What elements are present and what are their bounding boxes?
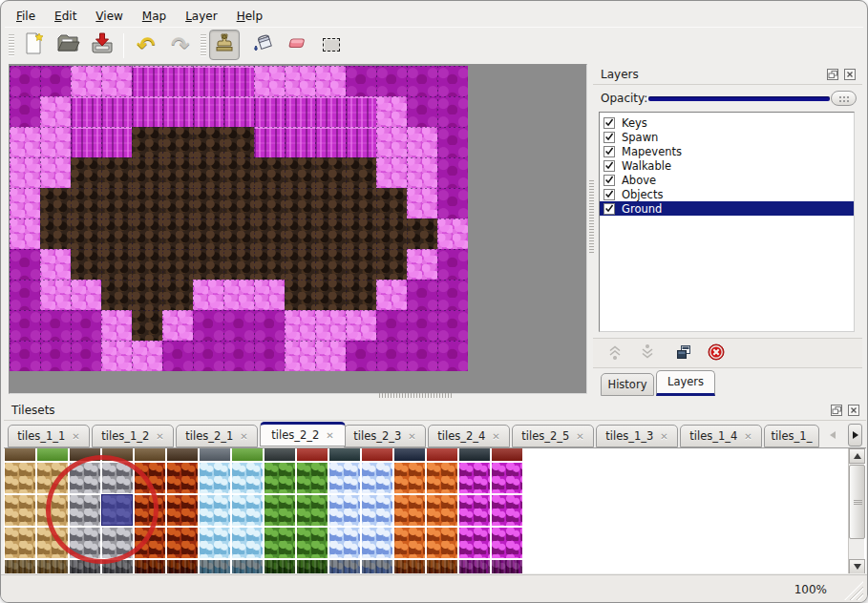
tileset-tile-partial[interactable] bbox=[394, 448, 425, 461]
menu-item-map[interactable]: Map bbox=[135, 8, 174, 25]
close-panel-icon[interactable] bbox=[843, 68, 857, 81]
tileset-tile[interactable] bbox=[200, 495, 230, 526]
tab-scroll-left-button[interactable] bbox=[825, 424, 839, 447]
tileset-tile[interactable] bbox=[167, 463, 198, 493]
delete-layer-button[interactable] bbox=[704, 343, 729, 365]
layer-row-walkable[interactable]: Walkable bbox=[600, 158, 854, 173]
tileset-tile-partial[interactable] bbox=[167, 448, 198, 461]
scroll-down-button[interactable] bbox=[849, 559, 865, 573]
tileset-tile[interactable] bbox=[265, 463, 295, 493]
tileset-view[interactable] bbox=[4, 447, 866, 573]
checkbox-icon[interactable] bbox=[603, 175, 615, 186]
tileset-tile-partial[interactable] bbox=[427, 448, 457, 461]
tileset-tile[interactable] bbox=[167, 560, 198, 573]
menu-item-edit[interactable]: Edit bbox=[47, 8, 84, 25]
tab-close-icon[interactable]: ✕ bbox=[156, 431, 163, 442]
tileset-tile[interactable] bbox=[362, 528, 392, 558]
float-panel-icon[interactable] bbox=[826, 68, 839, 81]
tileset-tile[interactable] bbox=[427, 528, 457, 558]
tab-close-icon[interactable]: ✕ bbox=[326, 430, 333, 441]
tileset-tile[interactable] bbox=[394, 560, 425, 573]
tileset-tile[interactable] bbox=[5, 528, 35, 558]
tileset-tile[interactable] bbox=[427, 560, 457, 573]
tileset-tile[interactable] bbox=[329, 463, 360, 493]
tileset-tile-partial[interactable] bbox=[37, 448, 68, 461]
tileset-tile[interactable] bbox=[427, 463, 457, 493]
tileset-tile-partial[interactable] bbox=[5, 448, 35, 461]
tileset-tile[interactable] bbox=[297, 463, 328, 493]
tab-scroll-right-button[interactable] bbox=[848, 424, 862, 447]
tileset-tile[interactable] bbox=[200, 560, 230, 573]
tab-tiles_2_1[interactable]: tiles_2_1✕ bbox=[176, 425, 258, 447]
layer-row-above[interactable]: Above bbox=[600, 173, 854, 187]
tab-close-icon[interactable]: ✕ bbox=[576, 431, 583, 442]
float-panel-icon[interactable] bbox=[830, 404, 843, 417]
tab-tiles_1_2[interactable]: tiles_1_2✕ bbox=[92, 425, 174, 447]
tileset-tile[interactable] bbox=[492, 463, 522, 493]
tab-tiles_1_3[interactable]: tiles_1_3✕ bbox=[596, 425, 678, 447]
tab-close-icon[interactable]: ✕ bbox=[660, 431, 667, 442]
menu-item-layer[interactable]: Layer bbox=[178, 8, 224, 25]
tileset-tile[interactable] bbox=[329, 528, 360, 558]
tab-close-icon[interactable]: ✕ bbox=[72, 431, 79, 442]
tileset-tile[interactable] bbox=[265, 528, 295, 558]
tab-close-icon[interactable]: ✕ bbox=[240, 431, 247, 442]
tileset-tile[interactable] bbox=[329, 495, 360, 526]
tileset-tile-partial[interactable] bbox=[265, 448, 295, 461]
open-file-button[interactable] bbox=[53, 30, 83, 60]
undo-button[interactable]: ↶ bbox=[131, 30, 161, 60]
tileset-tile[interactable] bbox=[362, 463, 392, 493]
tileset-tile[interactable] bbox=[200, 528, 230, 558]
layer-row-objects[interactable]: Objects bbox=[600, 187, 854, 201]
checkbox-icon[interactable] bbox=[603, 132, 615, 143]
tileset-tile[interactable] bbox=[297, 528, 328, 558]
tileset-tile[interactable] bbox=[265, 495, 295, 526]
tileset-tile[interactable] bbox=[394, 463, 425, 493]
tileset-tile-partial[interactable] bbox=[135, 448, 165, 461]
fill-tool-button[interactable] bbox=[247, 30, 278, 60]
tileset-tile[interactable] bbox=[167, 495, 198, 526]
tileset-tile[interactable] bbox=[5, 560, 35, 573]
tileset-tile-partial[interactable] bbox=[329, 448, 360, 461]
tab-tiles_2_2[interactable]: tiles_2_2✕ bbox=[260, 422, 346, 447]
move-layer-down-button[interactable] bbox=[635, 343, 660, 365]
checkbox-icon[interactable] bbox=[603, 146, 615, 157]
scroll-up-button[interactable] bbox=[849, 448, 865, 464]
checkbox-icon[interactable] bbox=[603, 203, 615, 215]
tileset-tile[interactable] bbox=[459, 495, 490, 526]
tileset-tile[interactable] bbox=[459, 560, 490, 573]
tileset-tile[interactable] bbox=[459, 528, 490, 558]
tileset-tile[interactable] bbox=[362, 495, 392, 526]
menu-item-file[interactable]: File bbox=[9, 8, 43, 25]
tab-tiles_2_5[interactable]: tiles_2_5✕ bbox=[512, 425, 594, 447]
tileset-tile[interactable] bbox=[5, 463, 35, 493]
tileset-scrollbar[interactable] bbox=[848, 448, 864, 573]
tileset-tile[interactable] bbox=[329, 560, 360, 573]
opacity-slider-track[interactable] bbox=[648, 96, 830, 101]
tileset-tile[interactable] bbox=[427, 495, 457, 526]
map-canvas[interactable] bbox=[9, 64, 587, 394]
tileset-tile-partial[interactable] bbox=[492, 448, 522, 461]
layer-row-mapevents[interactable]: Mapevents bbox=[600, 144, 854, 158]
new-file-button[interactable] bbox=[18, 30, 49, 60]
menu-item-view[interactable]: View bbox=[88, 8, 130, 25]
tileset-tile[interactable] bbox=[362, 560, 392, 573]
tileset-tile[interactable] bbox=[200, 463, 230, 493]
toolbar-grip[interactable] bbox=[9, 34, 14, 57]
close-panel-icon[interactable] bbox=[847, 404, 860, 417]
tileset-tile[interactable] bbox=[135, 560, 165, 573]
tileset-tile[interactable] bbox=[492, 560, 522, 573]
tab-close-icon[interactable]: ✕ bbox=[492, 431, 499, 442]
tab-tiles_2_4[interactable]: tiles_2_4✕ bbox=[428, 425, 510, 447]
tileset-tile-partial[interactable] bbox=[362, 448, 392, 461]
tileset-tile-partial[interactable] bbox=[232, 448, 263, 461]
layer-row-ground[interactable]: Ground bbox=[600, 201, 854, 216]
redo-button[interactable]: ↷ bbox=[165, 30, 196, 60]
layer-row-keys[interactable]: Keys bbox=[600, 115, 854, 130]
opacity-slider-handle[interactable] bbox=[831, 91, 857, 106]
stamp-tool-button[interactable] bbox=[209, 30, 240, 60]
resize-grip[interactable] bbox=[844, 581, 863, 600]
tileset-tile-partial[interactable] bbox=[200, 448, 230, 461]
tileset-tile[interactable] bbox=[297, 560, 328, 573]
tileset-tile[interactable] bbox=[37, 560, 68, 573]
